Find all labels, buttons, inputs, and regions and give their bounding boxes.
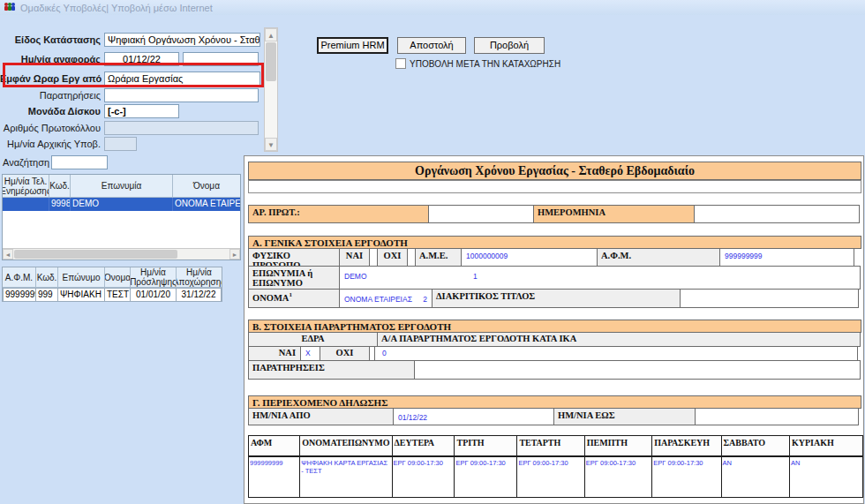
scroll-right-icon[interactable]: ► — [229, 249, 240, 260]
col-header-code[interactable]: Κωδ. — [49, 175, 71, 198]
hmnia-arxikis-input — [104, 137, 137, 151]
document-subtitle-empty-row — [248, 180, 861, 193]
onoma-label-cell: ΟΝΟΜΑ1 — [248, 289, 340, 308]
diakritikos-label: ΔΙΑΚΡΙΤΙΚΟΣ ΤΙΤΛΟΣ — [432, 289, 681, 308]
section-b-row-3: ΠΑΡΑΤΗΡΗΣΕΙΣ — [248, 361, 861, 380]
imerominia-label: ΗΜΕΡΟΜΗΝΙΑ — [533, 205, 695, 223]
sched-monday-cell: ΕΡΓ 09:00-17:30 — [392, 456, 455, 498]
paratiriseis-label: Παρατηρήσεις — [0, 90, 101, 101]
eidos-katastasis-input[interactable]: Ψηφιακή Οργάνωση Χρόνου - Σταθερό Εβδομα… — [104, 33, 260, 47]
employee-afm-cell[interactable]: 999999999 — [3, 288, 36, 302]
document-preview-panel: Οργάνωση Χρόνου Εργασίας - Σταθερό Εβδομ… — [244, 155, 864, 504]
scrollbar-thumb[interactable] — [266, 42, 276, 81]
section-c-header: Γ. ΠΕΡΙΕΧΟΜΕΝΟ ΔΗΛΩΣΗΣ — [248, 395, 861, 409]
doc-paratiriseis-value — [414, 360, 861, 380]
form-scrollbar[interactable]: ▲ ▼ — [264, 27, 278, 152]
apostoli-button[interactable]: Αποστολή — [397, 37, 466, 54]
sched-tuesday-cell: ΕΡΓ 09:00-17:30 — [455, 456, 517, 498]
edra-oxi-label: ΟΧΙ — [320, 346, 370, 361]
premium-hrm-button[interactable]: Premium HRM — [317, 37, 388, 54]
schedule-data-row: 999999999 ΨΗΦΙΑΚΗ ΚΑΡΤΑ ΕΡΓΑΣΙΑΣ - ΤΕΣΤ … — [249, 456, 863, 498]
scroll-up-icon[interactable]: ▲ — [265, 28, 277, 41]
window-title: Ομαδικές Υποβολές| Υποβολή μέσω Internet — [20, 3, 213, 13]
section-a-header: Α. ΓΕΝΙΚΑ ΣΤΟΙΧΕΙΑ ΕΡΓΟΔΟΤΗ — [248, 236, 861, 249]
section-a-row-3: ΟΝΟΜΑ1 ΟΝΟΜΑ ΕΤΑΙΡΕΙΑΣ 2 ΔΙΑΚΡΙΤΙΚΟΣ ΤΙΤ… — [248, 290, 859, 308]
companies-table-header: Ημ/νία Τελ. Ενημέρωσης Κωδ. Επωνυμία Όνο… — [3, 175, 240, 198]
sched-wednesday-cell: ΕΡΓ 09:00-17:30 — [517, 456, 584, 498]
col-header-afm[interactable]: Α.Φ.Μ. — [3, 267, 36, 288]
sched-col-thursday: ΠΕΜΠΤΗ — [584, 436, 651, 456]
hmnia-eos-label: ΗΜ/ΝΙΑ ΕΩΣ — [553, 408, 696, 425]
sched-sunday-cell: ΑΝ — [789, 456, 862, 498]
employee-eponymo-cell[interactable]: ΨΗΦΙΑΚΗ ΚΑΡΤΑ — [58, 288, 105, 302]
sched-friday-cell: ΕΡΓ 09:00-17:30 — [652, 456, 721, 498]
sched-col-monday: ΔΕΥΤΕΡΑ — [392, 436, 455, 456]
hmnia-apo-value: 01/12/22 — [393, 408, 554, 425]
hscrollbar-thumb[interactable] — [14, 250, 177, 259]
edra-nai-label: ΝΑΙ — [248, 346, 301, 361]
section-a-row-1: ΦΥΣΙΚΟ ΠΡΟΣΩΠΟ ΝΑΙ ΟΧΙ Α.Μ.Ε. 1000000009… — [248, 249, 854, 267]
col-header-onoma[interactable]: Όνομα — [173, 175, 240, 198]
col-header-eponymo[interactable]: Επώνυμο — [58, 267, 105, 288]
imerominia-value — [694, 205, 860, 223]
section-b-header: Β. ΣΤΟΙΧΕΙΑ ΠΑΡΑΡΤΗΜΑΤΟΣ ΕΡΓΟΔΟΤΗ — [248, 320, 861, 333]
col-header-leave-date[interactable]: Ημ/νία Αποχώρησης — [177, 267, 222, 288]
employee-onoma-cell[interactable]: ΤΕΣΤ — [105, 288, 131, 302]
diakritikos-value — [680, 289, 859, 308]
red-highlight-box — [3, 63, 264, 87]
section-a-row-2: ΕΠΩΝΥΜΙΑ ή ΕΠΩΝΥΜΟ DEMO 1 — [248, 267, 861, 290]
companies-hscrollbar[interactable]: ◄ ► — [3, 248, 240, 260]
submit-after-save-checkbox[interactable] — [395, 58, 406, 69]
employee-code-cell[interactable]: 999 — [36, 288, 58, 302]
eponymia-value-cell: DEMO 1 — [339, 266, 861, 290]
sched-col-name: ΟΝΟΜΑΤΕΠΩΝΥΜΟ — [300, 436, 392, 456]
schedule-table: ΑΦΜ ΟΝΟΜΑΤΕΠΩΝΥΜΟ ΔΕΥΤΕΡΑ ΤΡΙΤΗ ΤΕΤΑΡΤΗ … — [248, 435, 863, 498]
col-header-hire-date[interactable]: Ημ/νία Πρόσληψης — [131, 267, 177, 288]
sched-col-afm: ΑΦΜ — [249, 436, 300, 456]
company-code-cell[interactable]: 9998 — [49, 198, 71, 211]
onoma-value-2: 2 — [423, 295, 427, 304]
sched-col-friday: ΠΑΡΑΣΚΕΥΗ — [652, 436, 721, 456]
sched-saturday-cell: ΑΝ — [721, 456, 789, 498]
anazitisi-input[interactable] — [51, 155, 108, 169]
arithmos-protokollou-label: Αριθμός Πρωτοκόλλου — [0, 123, 101, 133]
ar-prot-label: ΑΡ. ΠΡΩΤ.: — [248, 205, 429, 223]
monada-diskou-input[interactable]: [-c-] — [104, 104, 179, 118]
employee-row[interactable]: 999999999 999 ΨΗΦΙΑΚΗ ΚΑΡΤΑ ΤΕΣΤ 01/01/2… — [3, 288, 222, 302]
col-header-eponymia[interactable]: Επωνυμία — [71, 175, 173, 198]
protocol-row: ΑΡ. ΠΡΩΤ.: ΗΜΕΡΟΜΗΝΙΑ — [248, 205, 860, 223]
aa-parartimatos-label: Α/Α ΠΑΡΑΡΤΗΜΑΤΟΣ ΕΡΓΟΔΟΤΗ ΚΑΤΑ ΙΚΑ — [377, 332, 861, 347]
sched-col-saturday: ΣΑΒΒΑΤΟ — [721, 436, 789, 456]
arithmos-protokollou-input — [104, 121, 259, 135]
col-header-emp-code[interactable]: Κωδ. — [36, 267, 58, 288]
company-eponymia-cell[interactable]: DEMO — [71, 198, 173, 211]
aa-parartimatos-value: 0 — [374, 346, 858, 361]
employee-hire-cell[interactable]: 01/01/20 — [131, 288, 177, 302]
hmnia-arxikis-label: Ημ/νία Αρχικής Υποβ. — [0, 139, 101, 149]
employees-table-header: Α.Φ.Μ. Κωδ. Επώνυμο Όνομα Ημ/νία Πρόσληψ… — [3, 267, 222, 288]
monada-diskou-label: Μονάδα Δίσκου — [0, 106, 101, 117]
company-row-selected[interactable]: 9998 DEMO ΟΝΟΜΑ ΕΤΑΙΡΕΙΑΣ — [3, 198, 240, 211]
afm-label: Α.Φ.Μ. — [597, 248, 720, 267]
section-c-row-1: ΗΜ/ΝΙΑ ΑΠΟ 01/12/22 ΗΜ/ΝΙΑ ΕΩΣ — [248, 409, 859, 425]
ame-value: 1000000009 — [461, 248, 598, 267]
company-onoma-cell[interactable]: ΟΝΟΜΑ ΕΤΑΙΡΕΙΑΣ — [173, 198, 240, 211]
sched-col-sunday: ΚΥΡΙΑΚΗ — [789, 436, 862, 456]
scroll-left-icon[interactable]: ◄ — [3, 249, 13, 260]
sched-thursday-cell: ΕΡΓ 09:00-17:30 — [584, 456, 651, 498]
group-submissions-icon — [4, 2, 16, 13]
employee-leave-cell[interactable]: 31/12/22 — [177, 288, 222, 302]
col-header-emp-onoma[interactable]: Όνομα — [105, 267, 131, 288]
edra-nai-value: X — [300, 346, 320, 361]
eponymia-value: DEMO — [344, 272, 367, 281]
scroll-down-icon[interactable]: ▼ — [265, 138, 277, 151]
paratiriseis-input[interactable] — [104, 88, 259, 102]
window-titlebar: Ομαδικές Υποβολές| Υποβολή μέσω Internet — [0, 0, 865, 15]
col-header-last-update[interactable]: Ημ/νία Τελ. Ενημέρωσης — [3, 175, 49, 198]
companies-table: Ημ/νία Τελ. Ενημέρωσης Κωδ. Επωνυμία Όνο… — [2, 174, 241, 260]
company-date-cell[interactable] — [3, 198, 49, 211]
fysiko-prosopo-label: ΦΥΣΙΚΟ ΠΡΟΣΩΠΟ — [248, 248, 340, 267]
hmnia-eos-value — [695, 408, 859, 425]
nai-label: ΝΑΙ — [339, 248, 370, 267]
provoli-button[interactable]: Προβολή — [474, 37, 545, 54]
